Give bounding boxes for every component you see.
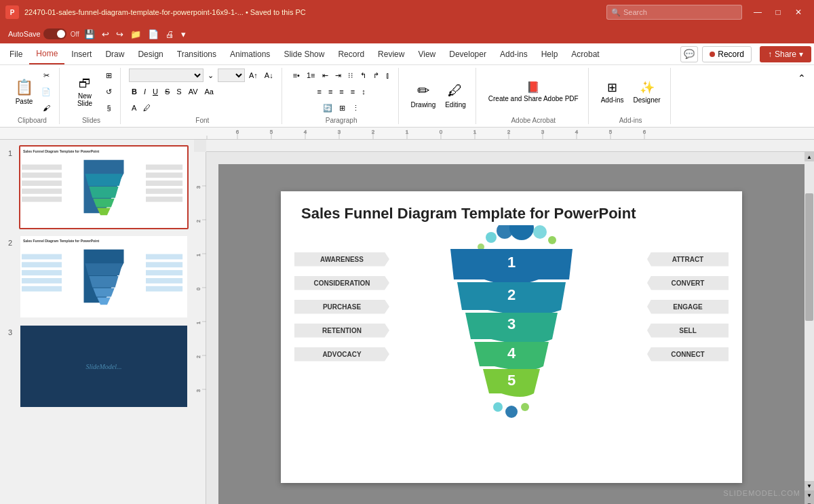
tab-file[interactable]: File [3, 43, 29, 64]
tab-review[interactable]: Review [371, 43, 411, 64]
tab-developer[interactable]: Developer [442, 43, 493, 64]
designer-button[interactable]: ✨ Designer [629, 71, 665, 112]
tab-design[interactable]: Design [131, 43, 170, 64]
text-direction[interactable]: 🔄 [320, 100, 335, 115]
scroll-extra-2[interactable]: ▼ [805, 500, 814, 504]
vertical-scrollbar[interactable]: ▲ ▼ ▼ ▼ [805, 152, 814, 504]
tab-home[interactable]: Home [29, 43, 64, 64]
font-size-increase[interactable]: A↑ [246, 68, 260, 83]
addins-icon: ⊞ [607, 80, 617, 95]
search-box[interactable]: 🔍 Search [606, 5, 742, 20]
columns-button[interactable]: ⫿ [383, 68, 393, 83]
save-button[interactable]: 💾 [82, 28, 97, 41]
copy-button[interactable]: 📄 [39, 84, 54, 99]
tab-record[interactable]: Record [331, 43, 371, 64]
left-label-5: ADVOCACY [294, 347, 389, 362]
scroll-down-button[interactable]: ▼ [805, 481, 814, 490]
layout-button[interactable]: ⊞ [103, 68, 115, 83]
minimize-button[interactable]: — [748, 0, 768, 24]
char-spacing-button[interactable]: AV [186, 84, 201, 99]
change-case-button[interactable]: Aa [202, 84, 216, 99]
italic-button[interactable]: I [141, 84, 149, 99]
increase-indent[interactable]: ⇥ [332, 68, 344, 83]
canvas-ruler-h [206, 140, 814, 152]
redo-button[interactable]: ↪ [114, 28, 125, 41]
right-labels: ATTRACT CONVERT ENGAGE SELL CONNECT [647, 252, 729, 362]
maximize-button[interactable]: □ [768, 0, 788, 24]
addins-button[interactable]: ⊞ Add-ins [597, 71, 628, 112]
svg-rect-43 [22, 254, 62, 260]
scroll-extra-1[interactable]: ▼ [805, 490, 814, 500]
drawing-button[interactable]: ✏ Drawing [407, 75, 440, 116]
slide-thumb-2[interactable]: 2 Sales Funnel Diagram Template for Powe… [19, 235, 189, 319]
canvas-scroll[interactable]: Sales Funnel Diagram Template for PowerP… [218, 164, 805, 504]
font-color-button[interactable]: A [129, 100, 139, 115]
svg-marker-35 [89, 187, 118, 198]
more-qa-button[interactable]: ▾ [179, 28, 188, 41]
reset-button[interactable]: ↺ [103, 84, 115, 99]
tab-animations[interactable]: Animations [223, 43, 277, 64]
numbering-button[interactable]: 1≡ [304, 68, 318, 83]
text-shadow-button[interactable]: S [174, 84, 184, 99]
svg-rect-42 [146, 197, 182, 202]
font-size-decrease[interactable]: A↓ [262, 68, 276, 83]
font-size-select[interactable] [218, 69, 245, 82]
font-family-select[interactable] [129, 69, 204, 82]
slide-thumb-3[interactable]: 3 SlideModel... [19, 324, 189, 408]
create-share-pdf-button[interactable]: 📕 Create and Share Adobe PDF [484, 71, 583, 112]
paragraph-buttons: ≡• 1≡ ⇤ ⇥ ⁝⁝ ↰ ↱ ⫿ ≡ ≡ ≡ ≡ ↕ 🔄 [290, 68, 393, 115]
align-text[interactable]: ⊞ [336, 100, 348, 115]
folder-button[interactable]: 📁 [128, 28, 143, 41]
align-left[interactable]: ≡ [315, 84, 324, 99]
ribbon-collapse-button[interactable]: ⌃ [795, 71, 809, 85]
close-button[interactable]: ✕ [788, 0, 809, 24]
line-spacing[interactable]: ↕ [359, 84, 368, 99]
addins-label: Add-ins [601, 96, 624, 104]
slides-buttons: 🗗 NewSlide ⊞ ↺ § [68, 68, 115, 115]
scroll-up-button[interactable]: ▲ [805, 152, 814, 161]
smart-art-button[interactable]: ⁝⁝ [345, 68, 356, 83]
format-painter-button[interactable]: 🖌 [39, 100, 54, 115]
left-labels: AWARENESS CONSIDERATION PURCHASE RETENTI… [294, 252, 389, 362]
svg-rect-28 [22, 165, 62, 170]
underline-button[interactable]: U [150, 84, 161, 99]
new-slide-button[interactable]: 🗗 NewSlide [68, 71, 102, 112]
rtl-button[interactable]: ↰ [357, 68, 369, 83]
editing-button[interactable]: 🖊 Editing [441, 75, 470, 116]
decrease-indent[interactable]: ⇤ [319, 68, 331, 83]
strikethrough-button[interactable]: S [162, 84, 172, 99]
tab-slide-show[interactable]: Slide Show [277, 43, 331, 64]
cut-button[interactable]: ✂ [39, 68, 54, 83]
convert-smartart[interactable]: ⋮ [349, 100, 362, 115]
undo-button[interactable]: ↩ [100, 28, 111, 41]
svg-rect-47 [22, 286, 62, 292]
scroll-thumb[interactable] [805, 193, 813, 321]
tab-add-ins[interactable]: Add-ins [493, 43, 535, 64]
print-button[interactable]: 🖨 [163, 28, 176, 41]
bullets-button[interactable]: ≡• [290, 68, 303, 83]
comment-button[interactable]: 💬 [680, 46, 698, 62]
tab-draw[interactable]: Draw [98, 43, 131, 64]
font-size-expand[interactable]: ⌄ [205, 68, 216, 83]
record-button[interactable]: Record [702, 46, 752, 62]
new-doc-button[interactable]: 📄 [146, 28, 161, 41]
tab-view[interactable]: View [411, 43, 442, 64]
justify[interactable]: ≡ [348, 84, 357, 99]
align-right[interactable]: ≡ [336, 84, 346, 99]
slide-thumb-1[interactable]: 1 Sales Funnel Diagram Template for Powe… [19, 145, 189, 229]
autosave-toggle[interactable] [43, 28, 66, 39]
highlight-button[interactable]: 🖊 [140, 100, 153, 115]
tab-insert[interactable]: Insert [64, 43, 98, 64]
ribbon: File Home Insert Draw Design Transitions… [0, 43, 814, 128]
tab-acrobat[interactable]: Acrobat [564, 43, 606, 64]
tab-transitions[interactable]: Transitions [170, 43, 223, 64]
align-center[interactable]: ≡ [326, 84, 335, 99]
svg-rect-54 [146, 262, 182, 267]
record-dot [710, 52, 715, 57]
section-button[interactable]: § [103, 100, 115, 115]
paste-button[interactable]: 📋 Paste [11, 71, 37, 112]
share-button[interactable]: ↑ Share ▾ [760, 46, 811, 62]
ltr-button[interactable]: ↱ [370, 68, 382, 83]
bold-button[interactable]: B [129, 84, 140, 99]
tab-help[interactable]: Help [535, 43, 565, 64]
